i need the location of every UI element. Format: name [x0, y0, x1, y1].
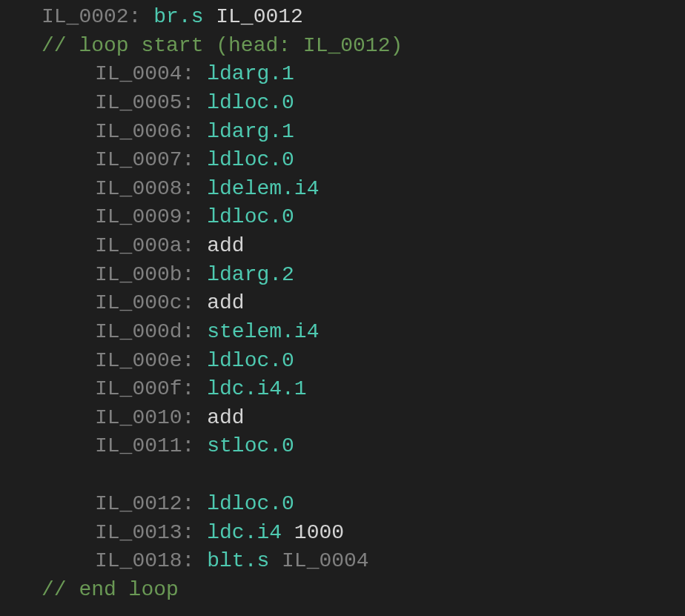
code-line: IL_0002: br.s IL_0012 — [0, 3, 685, 32]
il-label: IL_0013: — [95, 521, 194, 544]
il-target: 1000 — [282, 521, 344, 544]
il-label: IL_000e: — [95, 349, 194, 372]
il-opcode: br.s — [153, 5, 203, 28]
il-label: IL_0010: — [95, 406, 194, 429]
code-line: IL_000e: ldloc.0 — [0, 347, 685, 376]
il-label: IL_0008: — [95, 177, 194, 200]
comment: // loop start (head: IL_0012) — [42, 34, 403, 57]
il-label: IL_0002: — [42, 5, 141, 28]
code-line: // loop start (head: IL_0012) — [0, 32, 685, 61]
il-label: IL_000c: — [95, 291, 194, 314]
il-opcode: ldloc.0 — [207, 148, 294, 171]
code-line: IL_0008: ldelem.i4 — [0, 175, 685, 204]
code-line: // end loop — [0, 576, 685, 605]
il-label: IL_0018: — [95, 549, 194, 572]
code-line: IL_0013: ldc.i4 1000 — [0, 519, 685, 548]
il-target: IL_0012 — [203, 5, 302, 28]
il-label: IL_0004: — [95, 62, 194, 85]
code-line: IL_0018: blt.s IL_0004 — [0, 547, 685, 576]
code-line: IL_000d: stelem.i4 — [0, 318, 685, 347]
il-opcode: ldarg.1 — [207, 120, 294, 143]
il-opcode: ldc.i4 — [207, 521, 282, 544]
il-opcode: ldc.i4.1 — [207, 377, 306, 400]
il-opcode: ldloc.0 — [207, 205, 294, 228]
il-label: IL_000b: — [95, 263, 194, 286]
il-opcode: ldelem.i4 — [207, 177, 319, 200]
il-opcode: ldloc.0 — [207, 349, 294, 372]
code-line: IL_0006: ldarg.1 — [0, 118, 685, 147]
code-line: IL_0011: stloc.0 — [0, 432, 685, 461]
code-line: IL_000c: add — [0, 289, 685, 318]
il-label: IL_0006: — [95, 120, 194, 143]
il-opcode: stelem.i4 — [207, 320, 319, 343]
code-line: IL_0004: ldarg.1 — [0, 60, 685, 89]
code-line: IL_000b: ldarg.2 — [0, 261, 685, 290]
il-label: IL_000a: — [95, 234, 194, 257]
code-line: IL_0005: ldloc.0 — [0, 89, 685, 118]
il-label: IL_0009: — [95, 205, 194, 228]
il-opcode: ldloc.0 — [207, 91, 294, 114]
code-line: IL_0007: ldloc.0 — [0, 146, 685, 175]
il-label: IL_000d: — [95, 320, 194, 343]
code-line: IL_000a: add — [0, 232, 685, 261]
il-opcode: ldarg.2 — [207, 263, 294, 286]
il-opcode: stloc.0 — [207, 434, 294, 457]
il-label: IL_0007: — [95, 148, 194, 171]
il-opcode: blt.s — [207, 549, 269, 572]
il-target: IL_0004 — [269, 549, 368, 572]
comment: // end loop — [42, 578, 179, 601]
code-line: IL_000f: ldc.i4.1 — [0, 375, 685, 404]
il-label: IL_000f: — [95, 377, 194, 400]
code-line: IL_0009: ldloc.0 — [0, 203, 685, 232]
il-label: IL_0011: — [95, 434, 194, 457]
il-opcode: ldloc.0 — [207, 492, 294, 515]
il-opcode: add — [207, 291, 244, 314]
code-line: IL_0010: add — [0, 404, 685, 433]
il-code-block: IL_0002: br.s IL_0012// loop start (head… — [0, 0, 685, 608]
il-label: IL_0012: — [95, 492, 194, 515]
il-label: IL_0005: — [95, 91, 194, 114]
il-opcode: add — [207, 406, 244, 429]
il-opcode: ldarg.1 — [207, 62, 294, 85]
blank-line — [0, 461, 685, 490]
code-line: IL_0012: ldloc.0 — [0, 490, 685, 519]
il-opcode: add — [207, 234, 244, 257]
